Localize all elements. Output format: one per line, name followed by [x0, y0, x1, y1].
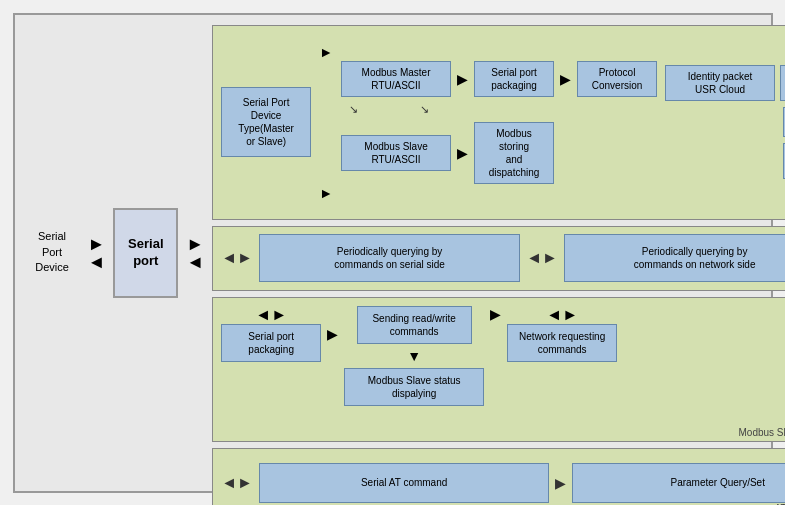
s1-right-row3: TCP Server — [665, 143, 785, 179]
s4-serial-at-text: Serial AT command — [361, 476, 447, 489]
protocol-conversion-text: Protocol Conversion — [592, 66, 643, 92]
section-top: Serial Port Device Type(Master or Slave)… — [212, 25, 785, 220]
s1-right-col: Identity packet USR Cloud TCP Client Kee… — [665, 65, 785, 179]
section-bot: ◄► Serial AT command ▶ Parameter Query/S… — [212, 448, 785, 506]
protocol-conversion-box: Protocol Conversion — [577, 61, 657, 97]
s2-arrow-mid: ◄► — [526, 249, 558, 267]
s3-label: Modbus Slave management — [738, 427, 785, 438]
s1-right-row2: Keep-Alive — [665, 107, 785, 137]
s2-arrow-in: ◄► — [221, 249, 253, 267]
arrow-to-center-right: ► — [186, 235, 204, 253]
section-mid2: ◄► Serial port packaging ▶ Sending read/… — [212, 297, 785, 442]
s2-left-block: Periodically querying by commands on ser… — [259, 234, 520, 282]
left-arrow-left: ◄ — [88, 253, 106, 271]
s3-network-box: Network requesting commands — [507, 324, 617, 362]
left-device-label: SerialPortDevice — [25, 229, 80, 275]
s1-center-boxes: Modbus Master RTU/ASCII ▶ Serial port pa… — [341, 61, 657, 184]
center-left-arrows: ► ◄ — [186, 235, 204, 271]
s2-left-text: Periodically querying by commands on ser… — [334, 245, 445, 271]
tcp-client-box: TCP Client — [780, 65, 785, 101]
serial-port-packaging-text: Serial port packaging — [491, 66, 537, 92]
s1-row1: Modbus Master RTU/ASCII ▶ Serial port pa… — [341, 61, 657, 97]
serial-port-packaging-box: Serial port packaging — [474, 61, 554, 97]
modbus-storing-text: Modbus storing and dispatching — [481, 127, 547, 179]
section-mid1: ◄► Periodically querying by commands on … — [212, 226, 785, 291]
modbus-slave-box: Modbus Slave RTU/ASCII — [341, 135, 451, 171]
s1-right-row1: Identity packet USR Cloud TCP Client — [665, 65, 785, 101]
s3-arrow-r2: ▶ — [490, 306, 501, 322]
modbus-master-text: Modbus Master RTU/ASCII — [362, 66, 431, 92]
serial-port-box: Serial port — [113, 208, 178, 298]
s1-cross-arrow1: ↘ — [349, 103, 358, 116]
serial-port-label: Serial port — [128, 236, 163, 270]
s1-row3: Modbus Slave RTU/ASCII ▶ Modbus storing … — [341, 122, 657, 184]
s3-sending-text: Sending read/write commands — [372, 312, 455, 338]
s4-arrow-mid: ▶ — [555, 475, 566, 491]
main-container: SerialPortDevice ► ◄ Serial port ► ◄ Ser… — [13, 13, 773, 493]
s1-r1-arrow2: ▶ — [560, 71, 571, 87]
s1-r1-arrow: ▶ — [457, 71, 468, 87]
s3-send-col: Sending read/write commands ▼ Modbus Sla… — [344, 306, 484, 406]
identity-packet-text: Identity packet USR Cloud — [688, 70, 752, 96]
section3-inner: ◄► Serial port packaging ▶ Sending read/… — [221, 306, 785, 406]
s3-arrow-in2: ◄► — [546, 306, 578, 324]
s3-modbus-slave-text: Modbus Slave status dispalying — [368, 374, 461, 400]
s1-device-col: Serial Port Device Type(Master or Slave) — [221, 87, 311, 157]
center-content: Serial Port Device Type(Master or Slave)… — [212, 25, 785, 481]
s3-arrow-in1: ◄► — [255, 306, 287, 324]
s2-right-text: Periodically querying by commands on net… — [634, 245, 756, 271]
s4-param-block: Parameter Query/Set — [572, 463, 785, 503]
s4-param-text: Parameter Query/Set — [670, 476, 764, 489]
left-arrows: ► ◄ — [88, 235, 106, 271]
modbus-master-box: Modbus Master RTU/ASCII — [341, 61, 451, 97]
s3-modbus-slave-box: Modbus Slave status dispalying — [344, 368, 484, 406]
serial-port-device-type-text: Serial Port Device Type(Master or Slave) — [238, 96, 294, 148]
s3-right-arrow2: ▶ — [490, 306, 501, 322]
s4-arrow-in: ◄► — [221, 474, 253, 492]
left-arrow-right: ► — [88, 235, 106, 253]
s1-cross-arrow2: ↘ — [420, 103, 429, 116]
s1-r3-arrow: ▶ — [457, 145, 468, 161]
s3-sending-box: Sending read/write commands — [357, 306, 472, 344]
arrow-to-center-left: ◄ — [186, 253, 204, 271]
serial-port-device-text: SerialPortDevice — [35, 229, 69, 275]
s3-right-arrow1: ▶ — [327, 326, 338, 342]
s3-network-text: Network requesting commands — [519, 330, 605, 356]
s4-serial-at-block: Serial AT command — [259, 463, 550, 503]
s3-down-arrow: ▼ — [407, 348, 421, 364]
modbus-storing-box: Modbus storing and dispatching — [474, 122, 554, 184]
s1-arrows-col: ► ► — [319, 34, 333, 211]
s1-row2: ↘ ↘ — [341, 103, 657, 116]
serial-port-device-type-box: Serial Port Device Type(Master or Slave) — [221, 87, 311, 157]
s3-sp-col: ◄► Serial port packaging — [221, 306, 321, 362]
identity-packet-box: Identity packet USR Cloud — [665, 65, 775, 101]
s1-arrow-top: ► — [319, 44, 333, 60]
s1-arrow-bot: ► — [319, 185, 333, 201]
s3-net-col: ◄► Network requesting commands — [507, 306, 617, 362]
s3-arrow-r1: ▶ — [327, 306, 338, 342]
modbus-slave-text: Modbus Slave RTU/ASCII — [364, 140, 427, 166]
s3-serial-packaging-text: Serial port packaging — [248, 330, 294, 356]
s3-serial-packaging-box: Serial port packaging — [221, 324, 321, 362]
s2-right-block: Periodically querying by commands on net… — [564, 234, 785, 282]
